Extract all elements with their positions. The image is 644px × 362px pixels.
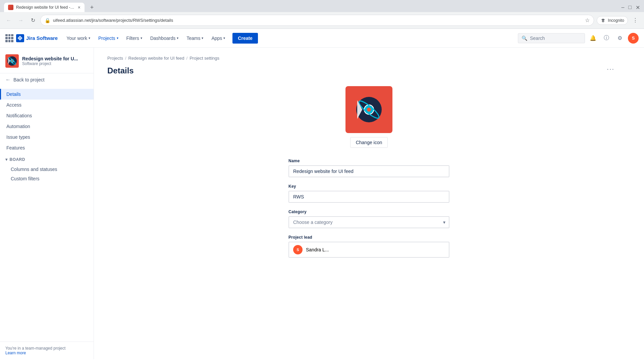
project-name: Redesign website for U...: [22, 56, 88, 61]
browser-toolbar: ← → ↻ 🔒 uifeed.atlassian.net/jira/softwa…: [0, 12, 644, 28]
browser-titlebar: Redesign website for UI feed - D... × + …: [0, 0, 644, 12]
lead-avatar: S: [293, 245, 303, 254]
nav-menu: Your work ▾ Projects ▾ Filters ▾ Dashboa…: [63, 33, 228, 44]
sidebar-board-section: ▾ Board: [0, 153, 94, 165]
back-icon: ←: [5, 77, 11, 83]
search-icon: 🔍: [522, 36, 527, 41]
notifications-icon-button[interactable]: 🔔: [588, 33, 598, 44]
change-icon-button[interactable]: Change icon: [350, 137, 388, 148]
favicon: [8, 5, 13, 10]
learn-more-link[interactable]: Learn more: [5, 351, 26, 355]
nav-teams[interactable]: Teams ▾: [183, 33, 207, 44]
incognito-label: Incognito: [608, 18, 624, 23]
settings-icon-button[interactable]: ⚙: [614, 33, 625, 44]
lock-icon: 🔒: [45, 18, 50, 23]
bookmark-icon[interactable]: ☆: [585, 17, 590, 23]
user-avatar[interactable]: S: [628, 33, 639, 44]
project-big-icon-svg: [352, 93, 386, 126]
incognito-button[interactable]: Incognito: [597, 16, 628, 25]
more-button[interactable]: ⋮: [631, 16, 640, 25]
key-input[interactable]: [288, 191, 449, 203]
svg-point-10: [367, 108, 371, 112]
browser-actions: Incognito ⋮: [597, 16, 640, 25]
sidebar-item-custom-filters[interactable]: Custom filters: [0, 174, 94, 183]
category-select[interactable]: Choose a category: [288, 216, 449, 228]
sidebar: Redesign website for U... Software proje…: [0, 48, 94, 359]
sidebar-item-automation[interactable]: Automation: [0, 121, 94, 132]
forward-button[interactable]: →: [16, 16, 25, 25]
tab-title: Redesign website for UI feed - D...: [16, 5, 75, 10]
close-tab-button[interactable]: ×: [78, 5, 80, 10]
jira-logo[interactable]: Jira Software: [16, 34, 58, 42]
svg-point-2: [19, 37, 21, 39]
breadcrumb: Projects / Redesign website for UI feed …: [107, 56, 631, 61]
new-tab-button[interactable]: +: [87, 3, 97, 12]
reload-button[interactable]: ↻: [28, 16, 38, 25]
name-input[interactable]: [288, 165, 449, 177]
key-form-group: Key: [288, 184, 449, 203]
breadcrumb-projects[interactable]: Projects: [107, 56, 123, 61]
project-type: Software project: [22, 61, 88, 66]
sidebar-item-details[interactable]: Details: [0, 89, 94, 100]
breadcrumb-project[interactable]: Redesign website for UI feed: [128, 56, 184, 61]
breadcrumb-current: Project settings: [190, 56, 219, 61]
sidebar-item-access[interactable]: Access: [0, 100, 94, 110]
back-to-project[interactable]: ← Back to project: [0, 73, 94, 86]
create-button[interactable]: Create: [232, 33, 258, 44]
maximize-button[interactable]: □: [628, 4, 632, 10]
breadcrumb-sep-2: /: [186, 56, 188, 61]
sidebar-project-header: Redesign website for U... Software proje…: [0, 48, 94, 73]
project-icon-section: Change icon: [107, 86, 631, 148]
nav-apps[interactable]: Apps ▾: [208, 33, 228, 44]
name-label: Name: [288, 159, 449, 163]
top-nav: Jira Software Your work ▾ Projects ▾ Fil…: [0, 29, 644, 48]
nav-your-work[interactable]: Your work ▾: [63, 33, 94, 44]
sidebar-footer: You're in a team-managed project Learn m…: [0, 342, 94, 359]
category-label: Category: [288, 209, 449, 214]
chevron-down-icon: ▾: [5, 157, 7, 162]
nav-filters[interactable]: Filters ▾: [123, 33, 146, 44]
main-inner: ··· Projects / Redesign website for UI f…: [107, 56, 631, 258]
nav-projects[interactable]: Projects ▾: [95, 33, 122, 44]
sidebar-item-notifications[interactable]: Notifications: [0, 110, 94, 121]
address-text: uifeed.atlassian.net/jira/software/proje…: [53, 18, 582, 23]
more-options-button[interactable]: ···: [604, 64, 617, 74]
form-section: Name Key Category Choose a category: [288, 159, 449, 258]
nav-right: 🔍 Search 🔔 ⓘ ⚙ S: [518, 33, 639, 44]
close-window-button[interactable]: ✕: [636, 4, 640, 11]
jira-logo-text: Jira Software: [26, 35, 58, 41]
sidebar-item-issue-types[interactable]: Issue types: [0, 132, 94, 142]
logo-area: Jira Software: [5, 34, 58, 42]
project-icon: [5, 54, 19, 68]
name-form-group: Name: [288, 159, 449, 177]
app-wrapper: Jira Software Your work ▾ Projects ▾ Fil…: [0, 29, 644, 359]
project-lead-label: Project lead: [288, 235, 449, 240]
browser-chrome: Redesign website for UI feed - D... × + …: [0, 0, 644, 29]
help-icon-button[interactable]: ⓘ: [601, 33, 612, 44]
browser-tab[interactable]: Redesign website for UI feed - D... ×: [4, 3, 85, 12]
project-lead-field[interactable]: S Sandra L...: [288, 242, 449, 258]
project-info: Redesign website for U... Software proje…: [22, 56, 88, 66]
breadcrumb-sep-1: /: [125, 56, 126, 61]
sidebar-board-header[interactable]: ▾ Board: [5, 156, 88, 163]
project-icon-svg: [5, 54, 19, 68]
key-label: Key: [288, 184, 449, 189]
minimize-button[interactable]: –: [621, 4, 624, 10]
project-big-icon: [345, 86, 392, 133]
project-lead-form-group: Project lead S Sandra L...: [288, 235, 449, 258]
address-bar[interactable]: 🔒 uifeed.atlassian.net/jira/software/pro…: [40, 15, 594, 26]
grid-icon[interactable]: [5, 34, 13, 42]
category-form-group: Category Choose a category: [288, 209, 449, 228]
svg-point-1: [603, 20, 604, 21]
sidebar-item-features[interactable]: Features: [0, 142, 94, 153]
lead-name: Sandra L...: [306, 247, 329, 252]
nav-dashboards[interactable]: Dashboards ▾: [147, 33, 182, 44]
jira-logo-icon: [16, 34, 24, 42]
category-select-wrapper: Choose a category: [288, 216, 449, 228]
sidebar-item-columns[interactable]: Columns and statuses: [0, 165, 94, 174]
page-title: Details: [107, 66, 631, 75]
back-button[interactable]: ←: [4, 16, 13, 25]
search-box[interactable]: 🔍 Search: [518, 33, 585, 43]
window-controls: – □ ✕: [621, 4, 640, 11]
sidebar-nav: Details Access Notifications Automation …: [0, 86, 94, 342]
